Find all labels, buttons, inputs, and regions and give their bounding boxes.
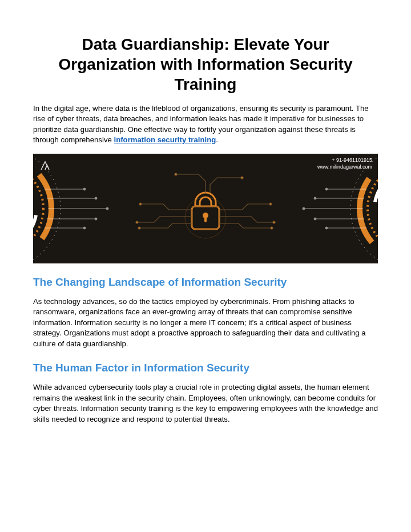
svg-point-15	[83, 227, 86, 229]
svg-point-30	[325, 227, 328, 229]
svg-point-22	[325, 188, 328, 190]
intro-text-post: .	[216, 135, 218, 144]
hero-site: www.milindagarwal.com	[317, 164, 372, 170]
svg-rect-34	[204, 217, 207, 222]
hero-banner: + 91-9461101915 www.milindagarwal.com	[33, 154, 378, 263]
section-heading-2: The Human Factor in Information Security	[33, 362, 378, 374]
svg-point-38	[271, 227, 273, 229]
hero-phone: + 91-9461101915	[332, 157, 372, 163]
section-body-2: While advanced cybersecurity tools play …	[33, 382, 378, 425]
svg-point-26	[303, 207, 305, 210]
svg-point-43	[241, 177, 243, 179]
intro-paragraph: In the digital age, where data is the li…	[33, 103, 378, 146]
info-security-training-link[interactable]: information security training	[114, 135, 216, 144]
svg-point-40	[136, 221, 138, 223]
svg-point-13	[95, 218, 97, 220]
cybersecurity-illustration: + 91-9461101915 www.milindagarwal.com	[33, 154, 378, 263]
svg-point-39	[139, 203, 142, 205]
svg-point-7	[83, 188, 86, 190]
svg-point-41	[138, 227, 140, 229]
section-body-1: As technology advances, so do the tactic…	[33, 297, 378, 349]
section-heading-1: The Changing Landscape of Information Se…	[33, 276, 378, 289]
svg-point-37	[273, 221, 275, 223]
svg-point-24	[314, 197, 316, 199]
svg-point-36	[269, 203, 272, 205]
page-title: Data Guardianship: Elevate Your Organiza…	[33, 34, 378, 94]
svg-point-9	[95, 197, 97, 199]
svg-point-11	[106, 207, 108, 210]
svg-point-42	[175, 173, 177, 175]
svg-point-28	[314, 218, 316, 220]
